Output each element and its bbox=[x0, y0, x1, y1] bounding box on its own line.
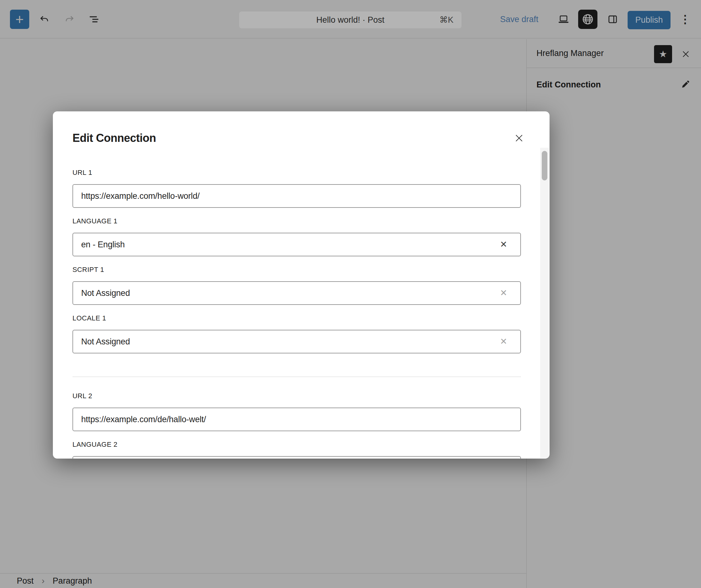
save-draft-button[interactable]: Save draft bbox=[500, 12, 538, 27]
star-icon: ★ bbox=[659, 49, 667, 59]
laptop-icon bbox=[558, 14, 569, 25]
command-center-pill[interactable]: Hello world! · Post ⌘K bbox=[239, 11, 462, 28]
field-value: https://example.com/de/hallo-welt/ bbox=[81, 415, 206, 424]
modal-fields: URL 1 https://example.com/hello-world/ L… bbox=[72, 169, 521, 458]
sidebar-panel-icon bbox=[607, 14, 618, 25]
close-sidebar-button[interactable] bbox=[678, 47, 693, 61]
undo-icon bbox=[39, 14, 50, 25]
form-field: LANGUAGE 1 en - English ✕ bbox=[72, 217, 521, 256]
wordpress-editor-screen: + bbox=[0, 0, 701, 588]
modal-scrollbar-thumb[interactable] bbox=[542, 151, 547, 180]
sidebar-header: Hreflang Manager ★ bbox=[527, 39, 701, 68]
field-value: https://example.com/hello-world/ bbox=[81, 191, 200, 201]
field-value: Not Assigned bbox=[81, 337, 130, 347]
edit-connection-modal: Edit Connection URL 1 https://example.co… bbox=[53, 112, 549, 458]
keyboard-shortcut-hint: ⌘K bbox=[439, 11, 453, 28]
sidebar-edit-connection-row: Edit Connection bbox=[527, 68, 701, 101]
sidebar-title: Hreflang Manager bbox=[536, 48, 604, 58]
field-label: LOCALE 1 bbox=[72, 314, 521, 322]
field-label: LANGUAGE 2 bbox=[72, 440, 521, 449]
field-divider bbox=[72, 376, 521, 377]
edit-connection-button[interactable] bbox=[678, 77, 693, 92]
settings-sidebar-toggle[interactable] bbox=[605, 12, 620, 27]
field-value: en - English bbox=[81, 240, 125, 249]
field-input[interactable]: https://example.com/de/hallo-welt/ bbox=[72, 408, 521, 431]
form-field: SCRIPT 1 Not Assigned ✕ bbox=[72, 266, 521, 305]
field-input[interactable]: en - English ✕ bbox=[72, 233, 521, 256]
document-overview-button[interactable] bbox=[86, 12, 101, 27]
modal-scrollbar-track[interactable] bbox=[540, 148, 549, 458]
hreflang-manager-toolbar-button[interactable] bbox=[578, 10, 598, 29]
close-icon bbox=[681, 49, 690, 59]
clear-field-icon[interactable]: ✕ bbox=[496, 240, 511, 249]
breadcrumb-item-post[interactable]: Post bbox=[17, 576, 34, 586]
pin-sidebar-button[interactable]: ★ bbox=[654, 45, 672, 63]
field-label: SCRIPT 1 bbox=[72, 266, 521, 274]
list-view-icon bbox=[89, 14, 99, 25]
field-input[interactable]: Not Assigned ✕ bbox=[72, 330, 521, 353]
form-field: URL 1 https://example.com/hello-world/ bbox=[72, 169, 521, 208]
undo-button[interactable] bbox=[37, 12, 52, 27]
document-title: Hello world! · Post bbox=[316, 15, 385, 25]
kebab-icon: ⋮ bbox=[680, 13, 691, 26]
plus-icon: + bbox=[16, 12, 24, 26]
sidebar-section-title: Edit Connection bbox=[536, 80, 601, 89]
publish-button[interactable]: Publish bbox=[628, 11, 671, 29]
hreflang-manager-sidebar: Hreflang Manager ★ Edit Connection bbox=[526, 39, 701, 588]
form-field: URL 2 https://example.com/de/hallo-welt/ bbox=[72, 392, 521, 431]
modal-title: Edit Connection bbox=[72, 131, 521, 145]
breadcrumb: Post › Paragraph bbox=[0, 573, 526, 588]
chevron-right-icon: › bbox=[42, 576, 44, 586]
clear-field-icon[interactable]: ✕ bbox=[496, 337, 511, 346]
globe-icon bbox=[581, 13, 594, 26]
redo-icon bbox=[64, 14, 75, 25]
field-value: Not Assigned bbox=[81, 288, 130, 298]
pencil-icon bbox=[681, 79, 690, 89]
redo-button[interactable] bbox=[62, 12, 77, 27]
modal-close-button[interactable] bbox=[512, 131, 526, 146]
breadcrumb-item-paragraph[interactable]: Paragraph bbox=[52, 576, 92, 586]
clear-field-icon[interactable]: ✕ bbox=[496, 289, 511, 298]
form-field: LANGUAGE 2 bbox=[72, 440, 521, 458]
editor-topbar: + bbox=[0, 0, 701, 39]
field-input[interactable]: https://example.com/hello-world/ bbox=[72, 184, 521, 208]
field-label: URL 2 bbox=[72, 392, 521, 400]
options-menu-button[interactable]: ⋮ bbox=[678, 12, 693, 27]
close-icon bbox=[514, 133, 524, 144]
field-input[interactable] bbox=[72, 456, 521, 458]
field-input[interactable]: Not Assigned ✕ bbox=[72, 281, 521, 305]
field-label: LANGUAGE 1 bbox=[72, 217, 521, 225]
preview-button[interactable] bbox=[556, 12, 571, 27]
form-field: LOCALE 1 Not Assigned ✕ bbox=[72, 314, 521, 353]
block-inserter-button[interactable]: + bbox=[10, 10, 29, 29]
field-label: URL 1 bbox=[72, 169, 521, 177]
